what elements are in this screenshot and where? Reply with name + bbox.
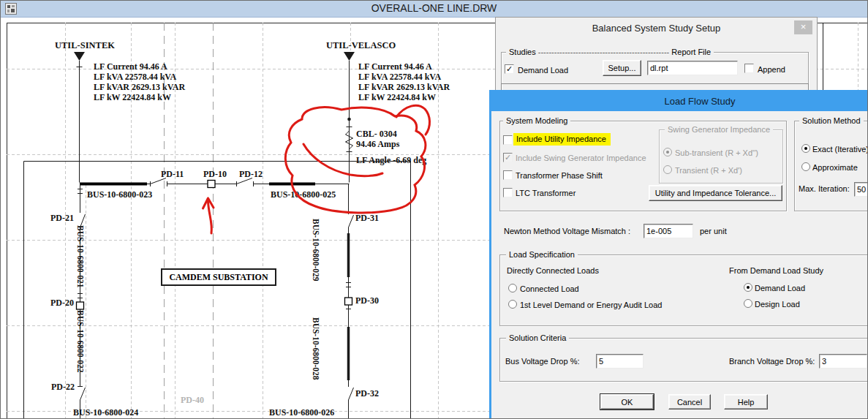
velasco-lf-current: LF Current 94.46 A: [358, 62, 450, 72]
pd12-label: PD-12: [239, 170, 263, 179]
bus028-label: BUS-10-6800-028: [311, 317, 320, 380]
pd31-label: PD-31: [355, 214, 379, 223]
left-branch[interactable]: [78, 184, 86, 419]
cancel-button[interactable]: Cancel: [668, 394, 711, 409]
sintek-lf-kvar: LF kVAR 2629.13 kVAR: [94, 83, 185, 93]
yellow-highlight: Include Utility Impedance: [513, 133, 611, 146]
connected-load-radio[interactable]: [508, 284, 517, 292]
studies-group-label: Studies --------------------------------…: [506, 48, 714, 56]
velasco-lf-kw: LF kW 22424.84 kW: [358, 93, 450, 103]
sintek-lf-kw: LF kW 22424.84 kW: [94, 93, 185, 103]
ltc-transformer-label: LTC Transformer: [516, 189, 575, 198]
include-swing-generator-label: Include Swing Generator Impedance: [516, 154, 646, 163]
newton-mismatch-label: Newton Method Voltage Mismatch :: [504, 227, 630, 236]
load-flow-dialog: Load Flow Study System Modeling Include …: [489, 90, 868, 419]
exact-iterative-label: Exact (Iterative): [812, 145, 868, 154]
approximate-label: Approximate: [812, 163, 858, 173]
studies-dashes: ----------------------------------------…: [538, 48, 670, 56]
bus024-label: BUS-10-6800-024: [73, 408, 138, 418]
bus023-label: BUS-10-6800-023: [87, 190, 152, 200]
velasco-lf-kva: LF kVA 22578.44 kVA: [358, 72, 450, 83]
ltc-transformer-checkbox[interactable]: [503, 188, 513, 197]
pd21-label: PD-21: [50, 214, 74, 223]
transformer-phase-shift-checkbox[interactable]: [503, 170, 513, 180]
setup-button[interactable]: Setup...: [603, 60, 641, 76]
pd10-breaker[interactable]: [208, 181, 215, 188]
close-icon[interactable]: ×: [794, 20, 812, 34]
include-utility-impedance-label: Include Utility Impedance: [513, 135, 611, 144]
sintek-lf-kva: LF kVA 22578.44 kVA: [94, 72, 185, 83]
cable-angle-label: LF Angle -6.69 deg: [356, 156, 426, 165]
pd40-label: PD-40: [181, 396, 204, 405]
sintek-lf-results: LF Current 94.46 A LF kVA 22578.44 kVA L…: [94, 62, 185, 103]
per-unit-label: per unit: [700, 227, 727, 236]
demand-load-label: Demand Load: [518, 66, 568, 75]
load-flow-titlebar[interactable]: Load Flow Study: [491, 92, 868, 111]
pd30-breaker[interactable]: [345, 298, 352, 305]
newton-mismatch-input[interactable]: [644, 224, 693, 238]
sintek-lf-current: LF Current 94.46 A: [94, 62, 185, 72]
include-swing-generator-checkbox[interactable]: [503, 153, 513, 162]
ok-button[interactable]: OK: [600, 394, 654, 409]
append-checkbox[interactable]: [744, 64, 754, 73]
substation-title-box: CAMDEM SUBSTATION: [161, 268, 276, 286]
util-velasco-label[interactable]: UTIL-VELASCO: [326, 41, 396, 50]
util-sintek-label[interactable]: UTIL-SINTEK: [55, 41, 115, 50]
demand-load-checkbox[interactable]: [505, 64, 514, 74]
utility-impedance-tolerance-button[interactable]: Utility and Impedance Tolerance...: [649, 185, 782, 201]
design-load-label: Design Load: [755, 300, 800, 309]
studies-label: Studies: [509, 48, 536, 56]
transformer-phase-shift-label: Transformer Phase Shift: [516, 171, 603, 181]
velasco-lf-kvar: LF kVAR 2629.13 kVAR: [358, 83, 450, 93]
pd11-label: PD-11: [161, 170, 184, 179]
pd32-label: PD-32: [355, 389, 379, 399]
pd30-label: PD-30: [355, 296, 379, 306]
bus022-label: BUS-10-6800-022: [75, 310, 85, 373]
append-label: Append: [758, 65, 785, 75]
bus026-label: BUS-10-6800-026: [269, 408, 334, 418]
help-button[interactable]: Help: [724, 394, 768, 409]
load-specification-label: Load Specification: [506, 250, 578, 259]
swing-generator-group-label: Swing Generator Impedance: [665, 125, 773, 134]
setup-dialog-titlebar[interactable]: Balanced System Study Setup: [496, 23, 817, 34]
report-file-label: Report File: [671, 48, 711, 56]
sub-transient-radio[interactable]: [663, 148, 672, 156]
demand-load-radio[interactable]: [744, 283, 752, 292]
design-load-radio[interactable]: [744, 299, 752, 308]
pd20-label: PD-20: [50, 298, 74, 308]
pd20-breaker[interactable]: [77, 302, 84, 309]
from-demand-load-study-label: From Demand Load Study: [729, 266, 823, 276]
report-file-input[interactable]: [647, 61, 738, 75]
transient-radio[interactable]: [663, 165, 672, 174]
load-flow-title: Load Flow Study: [491, 96, 868, 107]
utility-source-symbols[interactable]: [74, 52, 355, 61]
cable-id-label: CBL- 0304: [356, 129, 397, 139]
app-window: OVERALL-ONE LINE.DRW: [0, 0, 868, 419]
solution-method-label: Solution Method: [799, 116, 864, 125]
bus-voltage-drop-input[interactable]: [596, 354, 644, 369]
max-iteration-input[interactable]: [854, 182, 868, 197]
max-iteration-label: Max. Iteration:: [799, 184, 850, 194]
branch-voltage-drop-label: Branch Voltage Drop %:: [729, 357, 815, 366]
include-utility-impedance-checkbox[interactable]: [503, 135, 513, 145]
system-modeling-label: System Modeling: [503, 116, 570, 125]
bus021-label: BUS-10-6800-021: [75, 225, 85, 288]
bus029-label: BUS-10-6800-029: [311, 219, 320, 282]
branch-voltage-drop-input[interactable]: [819, 354, 867, 369]
exact-iterative-radio[interactable]: [801, 144, 810, 153]
approximate-radio[interactable]: [801, 162, 810, 171]
solution-criteria-label: Solution Criteria: [506, 333, 569, 342]
transient-label: Transient (R + Xd'): [675, 166, 742, 175]
connected-load-label: Connected Load: [520, 284, 579, 294]
main-bus[interactable]: [80, 178, 350, 188]
velasco-lf-results: LF Current 94.46 A LF kVA 22578.44 kVA L…: [358, 62, 450, 103]
directly-connected-loads-label: Directly Connected Loads: [507, 266, 599, 276]
cable-amps-label: 94.46 Amps: [356, 140, 399, 149]
pd10-label: PD-10: [203, 170, 227, 179]
bus025-label: BUS-10-6800-025: [271, 190, 336, 200]
sub-transient-label: Sub-transient (R + Xd''): [675, 148, 758, 158]
pd22-label: PD-22: [51, 382, 75, 392]
first-level-demand-radio[interactable]: [508, 300, 517, 309]
bus-voltage-drop-label: Bus Voltage Drop %:: [505, 357, 580, 366]
demand-load-option-label: Demand Load: [755, 284, 805, 293]
